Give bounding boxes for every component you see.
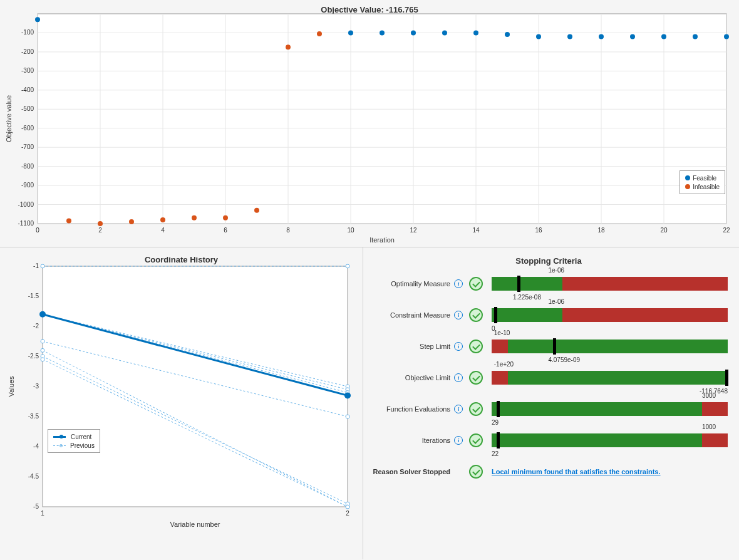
svg-text:-600: -600 xyxy=(21,125,34,132)
check-icon xyxy=(469,433,483,447)
info-icon[interactable]: i xyxy=(454,279,463,288)
svg-text:Values: Values xyxy=(8,376,15,397)
criteria-row: Objective Limit i -1e+20 -116.7648 xyxy=(370,371,728,385)
svg-text:18: 18 xyxy=(597,227,605,234)
svg-text:20: 20 xyxy=(660,227,668,234)
svg-text:12: 12 xyxy=(410,227,417,234)
svg-text:-4: -4 xyxy=(33,443,39,450)
svg-point-58 xyxy=(661,34,666,39)
svg-text:-800: -800 xyxy=(21,163,34,170)
criteria-bar: 1e-10 4.0759e-09 xyxy=(492,340,728,353)
criteria-row: Optimality Measure i 1e-06 1.225e-08 xyxy=(370,277,728,291)
info-icon[interactable]: i xyxy=(454,436,463,445)
svg-point-106 xyxy=(41,358,44,361)
svg-point-48 xyxy=(348,30,353,35)
legend-infeasible: Infeasible xyxy=(693,184,720,190)
svg-point-50 xyxy=(411,30,416,35)
criteria-bar: 1000 22 xyxy=(492,433,728,447)
svg-point-85 xyxy=(41,264,44,268)
svg-point-109 xyxy=(39,311,46,318)
svg-text:16: 16 xyxy=(535,227,542,234)
svg-point-49 xyxy=(380,30,385,35)
check-icon xyxy=(469,371,483,385)
svg-point-53 xyxy=(505,32,510,37)
chart-title: Coordinate History xyxy=(0,247,363,264)
criteria-label: Function Evaluations xyxy=(370,405,454,413)
criteria-label: Iterations xyxy=(370,437,454,444)
svg-text:4: 4 xyxy=(161,227,165,234)
svg-text:-1100: -1100 xyxy=(18,220,34,227)
legend-coord: Current Previous xyxy=(48,429,100,453)
svg-text:-100: -100 xyxy=(21,29,34,36)
svg-text:-200: -200 xyxy=(21,48,34,55)
check-icon xyxy=(469,465,483,479)
reason-label: Reason Solver Stopped xyxy=(370,468,454,475)
criteria-row: Function Evaluations i 3000 29 xyxy=(370,402,728,416)
svg-point-97 xyxy=(41,340,44,343)
svg-text:14: 14 xyxy=(472,227,480,234)
svg-point-100 xyxy=(41,348,44,352)
criteria-bar: -1e+20 -116.7648 xyxy=(492,371,728,385)
svg-point-67 xyxy=(254,208,259,213)
svg-text:-1000: -1000 xyxy=(18,201,34,208)
criteria-bar: 1e-06 0 xyxy=(492,308,728,322)
stopping-title: Stopping Criteria xyxy=(370,256,728,266)
svg-point-52 xyxy=(473,30,478,35)
svg-point-57 xyxy=(630,34,635,39)
svg-text:8: 8 xyxy=(286,227,290,234)
info-icon[interactable]: i xyxy=(454,373,463,382)
svg-text:Variable number: Variable number xyxy=(170,521,220,528)
reason-row: Reason Solver Stopped i Local minimum fo… xyxy=(370,465,728,479)
svg-point-62 xyxy=(98,221,103,226)
svg-point-60 xyxy=(724,34,729,39)
stopping-criteria-panel: Stopping Criteria Optimality Measure i 1… xyxy=(363,247,739,559)
svg-point-47 xyxy=(35,17,40,22)
svg-text:22: 22 xyxy=(723,227,730,234)
svg-text:-5: -5 xyxy=(33,503,39,510)
svg-text:-1.5: -1.5 xyxy=(28,293,39,299)
svg-point-110 xyxy=(344,392,351,398)
svg-point-64 xyxy=(160,217,165,222)
svg-text:Objective value: Objective value xyxy=(5,95,13,142)
svg-point-66 xyxy=(223,215,228,220)
svg-text:-300: -300 xyxy=(21,67,34,74)
check-icon xyxy=(469,277,483,291)
svg-point-68 xyxy=(286,44,291,49)
svg-text:-500: -500 xyxy=(21,105,34,112)
svg-point-55 xyxy=(567,34,572,39)
svg-point-65 xyxy=(192,215,197,220)
svg-text:-3.5: -3.5 xyxy=(28,413,39,420)
svg-text:2: 2 xyxy=(98,227,102,234)
info-icon[interactable]: i xyxy=(454,405,463,413)
svg-point-63 xyxy=(129,219,134,224)
svg-point-51 xyxy=(442,30,447,35)
criteria-row: Iterations i 1000 22 xyxy=(370,433,728,447)
info-icon[interactable]: i xyxy=(454,342,463,351)
legend-top: Feasible Infeasible xyxy=(680,170,725,194)
svg-rect-72 xyxy=(43,266,348,507)
svg-point-98 xyxy=(346,415,349,418)
svg-text:-900: -900 xyxy=(21,182,34,189)
check-icon xyxy=(469,402,483,416)
svg-point-54 xyxy=(536,34,541,39)
svg-text:-3: -3 xyxy=(33,383,39,390)
svg-point-61 xyxy=(66,218,71,223)
criteria-label: Constraint Measure xyxy=(370,311,454,319)
info-icon[interactable]: i xyxy=(454,311,463,319)
reason-link[interactable]: Local minimum found that satisfies the c… xyxy=(492,468,661,475)
coordinate-history-chart: Coordinate History 12-1-1.5-2-2.5-3-3.5-… xyxy=(0,247,363,559)
svg-point-69 xyxy=(317,31,322,36)
criteria-row: Constraint Measure i 1e-06 0 xyxy=(370,308,728,322)
svg-point-107 xyxy=(346,505,349,509)
criteria-label: Optimality Measure xyxy=(370,280,454,288)
svg-text:-2: -2 xyxy=(33,323,39,329)
legend-current: Current xyxy=(71,433,91,440)
criteria-label: Objective Limit xyxy=(370,374,454,381)
check-icon xyxy=(469,308,483,322)
svg-point-56 xyxy=(599,34,604,39)
check-icon xyxy=(469,340,483,353)
svg-text:0: 0 xyxy=(36,227,39,234)
legend-previous: Previous xyxy=(70,442,95,449)
svg-text:2: 2 xyxy=(346,510,349,517)
svg-point-86 xyxy=(346,264,349,268)
